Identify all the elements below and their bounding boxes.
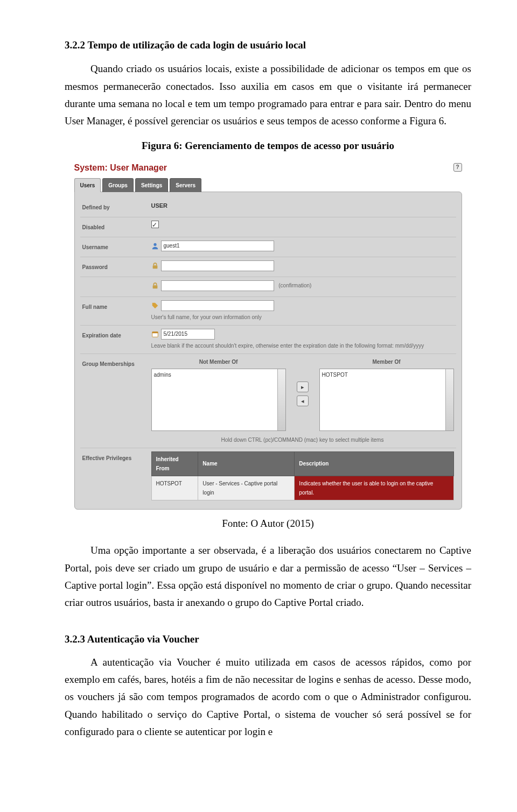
svg-rect-4 (152, 332, 158, 334)
svg-rect-1 (152, 265, 157, 269)
paragraph-3: A autenticação via Voucher é muito utili… (65, 654, 471, 740)
section-heading-322: 3.2.2 Tempo de utilização de cada login … (65, 37, 471, 54)
move-right-button[interactable]: ▸ (297, 382, 309, 392)
row-effective-privileges: Effective Privileges Inherited From Name… (80, 448, 456, 504)
cell-inherited: HOTSPOT (151, 476, 198, 500)
move-left-button[interactable]: ◂ (297, 396, 309, 406)
section-heading-323: 3.2.3 Autenticação via Voucher (65, 631, 471, 648)
lock-icon-confirm (151, 282, 159, 290)
row-username: Username guest1 (80, 237, 456, 257)
figure-source: Fonte: O Autor (2015) (65, 515, 471, 532)
help-icon[interactable]: ? (453, 163, 462, 172)
th-inherited-from: Inherited From (151, 451, 198, 476)
privileges-table: Inherited From Name Description HOTSPOT … (151, 451, 454, 500)
figure-caption: Figura 6: Gerenciamento de tempos de ace… (65, 137, 471, 154)
row-fullname: Full name User's full name, for your own… (80, 297, 456, 326)
table-row: HOTSPOT User - Services - Captive portal… (151, 476, 453, 500)
tag-icon (151, 302, 159, 309)
hold-note: Hold down CTRL (pc)/COMMAND (mac) key to… (151, 435, 454, 444)
fullname-hint: User's full name, for your own informati… (151, 313, 454, 322)
row-groups: Group Memberships Not Member Of admins ▸… (80, 354, 456, 448)
expiration-input[interactable]: 5/21/2015 (161, 329, 215, 340)
label-disabled: Disabled (82, 221, 147, 232)
label-empty-confirm (82, 280, 147, 283)
header-not-member: Not Member Of (151, 357, 286, 366)
label-fullname: Full name (82, 300, 147, 312)
confirm-hint: (confirmation) (278, 283, 311, 288)
svg-point-0 (153, 243, 156, 246)
value-defined-by: USER (151, 201, 454, 211)
label-effective-privileges: Effective Privileges (82, 451, 147, 500)
fullname-input[interactable] (161, 300, 274, 311)
list-not-member[interactable]: admins (151, 369, 286, 431)
label-groups: Group Memberships (82, 357, 147, 444)
password-input[interactable] (161, 260, 274, 271)
list-member-of[interactable]: HOTSPOT (319, 369, 454, 431)
paragraph-1: Quando criado os usuários locais, existe… (65, 60, 471, 130)
expiration-hint: Leave blank if the account shouldn't exp… (151, 341, 454, 350)
password-confirm-input[interactable] (161, 280, 274, 291)
tab-users[interactable]: Users (74, 178, 101, 192)
header-member-of: Member Of (319, 357, 454, 366)
dual-listbox: Not Member Of admins ▸ ◂ Member Of HOTSP… (151, 357, 454, 431)
form-panel: Defined by USER Disabled Username guest1… (74, 192, 462, 510)
disabled-checkbox[interactable] (151, 221, 159, 228)
tab-servers[interactable]: Servers (170, 178, 201, 192)
screenshot-title: System: User Manager (74, 160, 167, 175)
tab-settings[interactable]: Settings (135, 178, 168, 192)
document-page: 3.2.2 Tempo de utilização de cada login … (0, 0, 517, 780)
figure-screenshot: System: User Manager ? Users Groups Sett… (74, 158, 462, 510)
row-password: Password (80, 257, 456, 277)
screenshot-title-bar: System: User Manager ? (74, 158, 462, 178)
row-disabled: Disabled (80, 217, 456, 237)
row-password-confirm: (confirmation) (80, 277, 456, 297)
row-defined-by: Defined by USER (80, 197, 456, 217)
label-password: Password (82, 260, 147, 272)
tab-groups[interactable]: Groups (102, 178, 134, 192)
table-header-row: Inherited From Name Description (151, 451, 453, 476)
tab-bar: Users Groups Settings Servers (74, 178, 462, 192)
paragraph-2: Uma opção importante a ser observada, é … (65, 542, 471, 611)
username-input[interactable]: guest1 (161, 241, 274, 251)
label-expiration: Expiration date (82, 329, 147, 340)
cell-priv-name: User - Services - Captive portal login (198, 476, 295, 500)
user-icon (151, 242, 159, 250)
row-expiration: Expiration date 5/21/2015 Leave blank if… (80, 326, 456, 354)
swap-buttons: ▸ ◂ (297, 382, 309, 406)
th-name: Name (198, 451, 295, 476)
calendar-icon (151, 330, 159, 338)
lock-icon (151, 262, 159, 270)
svg-rect-2 (152, 285, 157, 288)
th-description: Description (295, 451, 453, 476)
label-username: Username (82, 241, 147, 252)
cell-priv-description: Indicates whether the user is able to lo… (295, 476, 453, 500)
label-defined-by: Defined by (82, 201, 147, 212)
